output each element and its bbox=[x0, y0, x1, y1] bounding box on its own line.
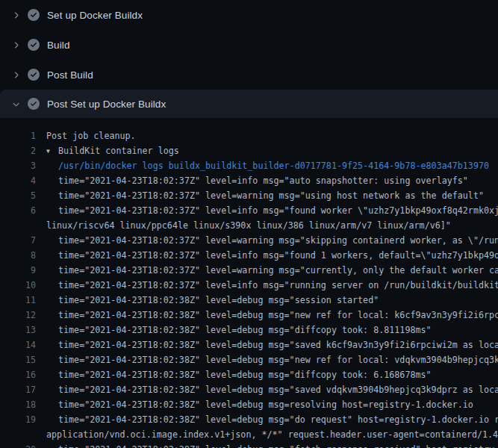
log-group-toggle[interactable]: 2 ▼BuildKit container logs bbox=[0, 143, 498, 158]
log-line-text: time="2021-04-23T18:02:38Z" level=debug … bbox=[58, 293, 379, 308]
log-line-text: time="2021-04-23T18:02:38Z" level=debug … bbox=[58, 397, 473, 412]
step-header-set-up-docker-buildx[interactable]: Set up Docker Buildx bbox=[0, 0, 498, 30]
log-line-number[interactable]: 17 bbox=[0, 382, 36, 397]
log-line-text: time="2021-04-23T18:02:38Z" level=debug … bbox=[58, 352, 498, 367]
chevron-down-icon bbox=[10, 98, 22, 110]
log-line-number[interactable]: 7 bbox=[0, 233, 36, 248]
log-line: 16 time="2021-04-23T18:02:38Z" level=deb… bbox=[0, 367, 498, 382]
log-line-number[interactable]: 11 bbox=[0, 293, 36, 308]
log-line-number[interactable]: 20 bbox=[0, 442, 36, 448]
log-line-text: Post job cleanup. bbox=[46, 128, 136, 143]
log-line-text: application/vnd.oci.image.index.v1+json,… bbox=[46, 427, 498, 442]
log-line: 10 time="2021-04-23T18:02:37Z" level=inf… bbox=[0, 278, 498, 293]
log-line-text: time="2021-04-23T18:02:38Z" level=debug … bbox=[58, 442, 498, 448]
step-title: Build bbox=[47, 40, 70, 51]
log-line: 4 time="2021-04-23T18:02:37Z" level=info… bbox=[0, 173, 498, 188]
log-line-number[interactable]: 14 bbox=[0, 337, 36, 352]
log-line-text: time="2021-04-23T18:02:37Z" level=info m… bbox=[58, 248, 498, 263]
log-line-text: time="2021-04-23T18:02:37Z" level=info m… bbox=[58, 203, 498, 218]
triangle-down-icon: ▼ bbox=[46, 144, 58, 158]
log-line-number[interactable]: 4 bbox=[0, 173, 36, 188]
log-line-text: time="2021-04-23T18:02:38Z" level=debug … bbox=[58, 337, 498, 352]
log-line-number[interactable]: 10 bbox=[0, 278, 36, 293]
log-line: 3 /usr/bin/docker logs buildx_buildkit_b… bbox=[0, 158, 498, 173]
check-circle-icon bbox=[28, 98, 40, 110]
step-title: Post Set up Docker Buildx bbox=[47, 99, 166, 110]
chevron-right-icon bbox=[10, 9, 22, 21]
log-line: 14 time="2021-04-23T18:02:38Z" level=deb… bbox=[0, 337, 498, 352]
log-command: /usr/bin/docker logs buildx_buildkit_bui… bbox=[58, 158, 489, 173]
log-line-number bbox=[0, 427, 36, 442]
log-line-number[interactable]: 13 bbox=[0, 323, 36, 337]
log-line-number bbox=[0, 218, 36, 233]
log-line: linux/riscv64 linux/ppc64le linux/s390x … bbox=[0, 218, 498, 233]
log-line-text: time="2021-04-23T18:02:37Z" level=warnin… bbox=[58, 188, 484, 203]
log-line-text: time="2021-04-23T18:02:37Z" level=info m… bbox=[58, 173, 468, 188]
step-header-build[interactable]: Build bbox=[0, 30, 498, 60]
log-line: 9 time="2021-04-23T18:02:37Z" level=warn… bbox=[0, 263, 498, 278]
check-circle-icon bbox=[28, 9, 40, 21]
log-line-number[interactable]: 8 bbox=[0, 248, 36, 263]
log-line: 8 time="2021-04-23T18:02:37Z" level=info… bbox=[0, 248, 498, 263]
log-line-text: time="2021-04-23T18:02:37Z" level=warnin… bbox=[58, 263, 498, 278]
log-line: 6 time="2021-04-23T18:02:37Z" level=info… bbox=[0, 203, 498, 218]
log-line-number[interactable]: 5 bbox=[0, 188, 36, 203]
log-line-number[interactable]: 19 bbox=[0, 412, 36, 427]
log-line-text: linux/riscv64 linux/ppc64le linux/s390x … bbox=[46, 218, 451, 233]
log-line: 1 Post job cleanup. bbox=[0, 128, 498, 143]
log-line-number[interactable]: 16 bbox=[0, 367, 36, 382]
check-circle-icon bbox=[28, 69, 40, 81]
chevron-right-icon bbox=[10, 39, 22, 51]
log-line-number[interactable]: 18 bbox=[0, 397, 36, 412]
step-title: Set up Docker Buildx bbox=[47, 10, 143, 21]
log-line-number[interactable]: 9 bbox=[0, 263, 36, 278]
log-output: 1 Post job cleanup. 2 ▼BuildKit containe… bbox=[0, 118, 498, 448]
log-line-text: time="2021-04-23T18:02:38Z" level=debug … bbox=[58, 323, 432, 337]
step-header-post-set-up-docker-buildx[interactable]: Post Set up Docker Buildx bbox=[0, 90, 498, 118]
log-line: 18 time="2021-04-23T18:02:38Z" level=deb… bbox=[0, 397, 498, 412]
log-line: 5 time="2021-04-23T18:02:37Z" level=warn… bbox=[0, 188, 498, 203]
log-line-number[interactable]: 15 bbox=[0, 352, 36, 367]
log-line-text: time="2021-04-23T18:02:37Z" level=info m… bbox=[58, 278, 498, 293]
log-line-text: time="2021-04-23T18:02:38Z" level=debug … bbox=[58, 308, 498, 323]
log-line: 12 time="2021-04-23T18:02:38Z" level=deb… bbox=[0, 308, 498, 323]
step-header-post-build[interactable]: Post Build bbox=[0, 60, 498, 90]
log-line-number[interactable]: 12 bbox=[0, 308, 36, 323]
check-circle-icon bbox=[28, 39, 40, 51]
log-line: 13 time="2021-04-23T18:02:38Z" level=deb… bbox=[0, 323, 498, 337]
chevron-right-icon bbox=[10, 69, 22, 81]
log-line-text: time="2021-04-23T18:02:38Z" level=debug … bbox=[58, 412, 498, 427]
log-line-number[interactable]: 2 bbox=[0, 143, 36, 158]
log-line-text: time="2021-04-23T18:02:37Z" level=warnin… bbox=[58, 233, 498, 248]
steps-list: Set up Docker Buildx Build Post Build bbox=[0, 0, 498, 118]
log-line-number[interactable]: 3 bbox=[0, 158, 36, 173]
log-line: application/vnd.oci.image.index.v1+json,… bbox=[0, 427, 498, 442]
step-title: Post Build bbox=[47, 69, 93, 81]
log-line-text: time="2021-04-23T18:02:38Z" level=debug … bbox=[58, 367, 432, 382]
log-line: 15 time="2021-04-23T18:02:38Z" level=deb… bbox=[0, 352, 498, 367]
log-line: 20 time="2021-04-23T18:02:38Z" level=deb… bbox=[0, 442, 498, 448]
log-line: 17 time="2021-04-23T18:02:38Z" level=deb… bbox=[0, 382, 498, 397]
log-line: 7 time="2021-04-23T18:02:37Z" level=warn… bbox=[0, 233, 498, 248]
log-line: 19 time="2021-04-23T18:02:38Z" level=deb… bbox=[0, 412, 498, 427]
log-line-text: ▼BuildKit container logs bbox=[46, 143, 179, 158]
log-line-text: time="2021-04-23T18:02:38Z" level=debug … bbox=[58, 382, 498, 397]
log-line-number[interactable]: 1 bbox=[0, 128, 36, 143]
actions-log-viewer: Set up Docker Buildx Build Post Build bbox=[0, 0, 498, 448]
log-line-number[interactable]: 6 bbox=[0, 203, 36, 218]
log-line: 11 time="2021-04-23T18:02:38Z" level=deb… bbox=[0, 293, 498, 308]
